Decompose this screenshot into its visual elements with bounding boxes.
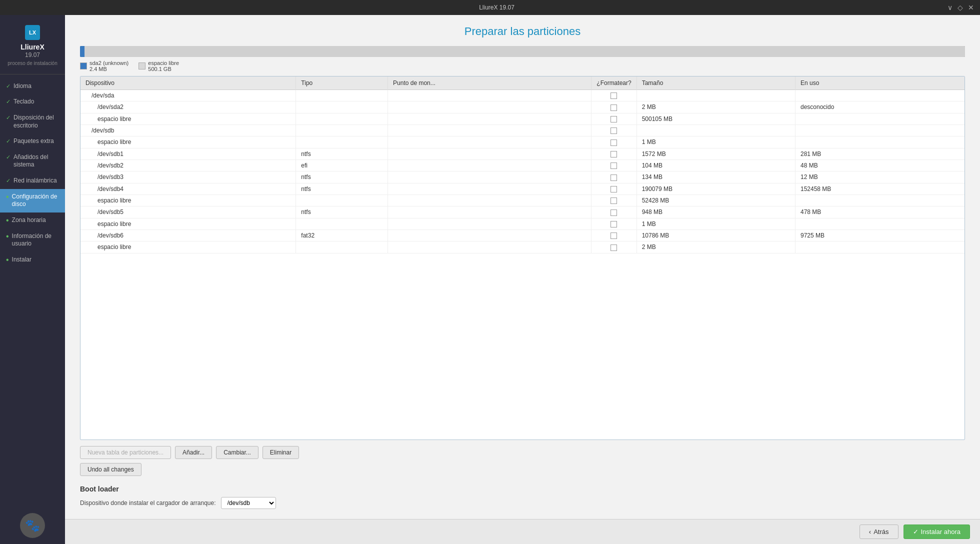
table-row[interactable]: espacio libre 52428 MB (80, 194, 964, 206)
format-checkbox[interactable] (610, 221, 617, 228)
format-checkbox[interactable] (610, 104, 617, 111)
format-checkbox[interactable] (610, 174, 617, 181)
format-checkbox[interactable] (610, 232, 617, 239)
format-checkbox[interactable] (610, 128, 617, 134)
cell-tipo (296, 136, 388, 148)
cell-punto (388, 206, 592, 218)
cell-en-uso: 12 MB (795, 172, 964, 183)
format-checkbox[interactable] (610, 162, 617, 169)
cell-punto (388, 172, 592, 183)
sidebar-item-instalar[interactable]: • Instalar (0, 252, 65, 268)
cell-punto (388, 194, 592, 206)
sidebar-item-label: Red inalámbrica (14, 177, 59, 185)
cell-formatear[interactable] (592, 160, 636, 171)
cell-formatear[interactable] (592, 113, 636, 124)
cell-formatear[interactable] (592, 183, 636, 194)
cell-tamano: 1572 MB (636, 148, 795, 160)
table-row[interactable]: espacio libre 1 MB (80, 218, 964, 230)
boot-loader-select[interactable]: /dev/sda/dev/sdb/dev/sdb1/dev/sdb2 (221, 497, 276, 509)
sidebar-item-label: Añadidos del sistema (14, 154, 59, 169)
cell-punto (388, 160, 592, 171)
cell-en-uso: 281 MB (795, 148, 964, 160)
sidebar-item-red[interactable]: ✓ Red inalámbrica (0, 173, 65, 189)
titlebar-title: LliureX 19.07 (46, 4, 948, 11)
table-row[interactable]: /dev/sdb2 efi 104 MB 48 MB (80, 160, 964, 171)
cell-formatear[interactable] (592, 194, 636, 206)
sidebar-item-teclado[interactable]: ✓ Teclado (0, 94, 65, 110)
cell-formatear[interactable] (592, 242, 636, 253)
sidebar-item-zona[interactable]: • Zona horaria (0, 212, 65, 228)
cell-tamano (636, 90, 795, 102)
table-row[interactable]: espacio libre 2 MB (80, 242, 964, 253)
sidebar-item-info[interactable]: • Información de usuario (0, 228, 65, 252)
boot-loader-label: Dispositivo donde instalar el cargador d… (80, 500, 216, 506)
cell-tamano: 500105 MB (636, 113, 795, 124)
format-checkbox[interactable] (610, 186, 617, 192)
sidebar-item-anadidos[interactable]: ✓ Añadidos del sistema (0, 150, 65, 173)
format-checkbox[interactable] (610, 151, 617, 158)
anadir-button[interactable]: Añadir... (175, 446, 212, 459)
table-row[interactable]: espacio libre 500105 MB (80, 113, 964, 124)
table-row[interactable]: /dev/sdb5 ntfs 948 MB 478 MB (80, 206, 964, 218)
cell-formatear[interactable] (592, 218, 636, 230)
legend-label-sda2: sda2 (unknown) 2.4 MB (90, 60, 128, 72)
table-row[interactable]: /dev/sdb4 ntfs 190079 MB 152458 MB (80, 183, 964, 194)
col-tamano: Tamaño (636, 76, 795, 90)
table-row[interactable]: /dev/sdb (80, 124, 964, 136)
nueva-tabla-button[interactable]: Nueva tabla de particiones... (80, 446, 171, 459)
format-checkbox[interactable] (610, 140, 617, 146)
check-icon: ✓ (6, 154, 10, 160)
dot-icon: • (6, 232, 9, 240)
partition-table: Dispositivo Tipo Punto de mon... ¿Format… (80, 76, 965, 440)
cell-device: /dev/sda (80, 90, 296, 102)
cell-formatear[interactable] (592, 148, 636, 160)
partition-bar (80, 46, 965, 57)
close-button[interactable]: ✕ (968, 4, 974, 12)
format-checkbox[interactable] (610, 116, 617, 122)
back-button[interactable]: ‹ Atrás (860, 524, 898, 539)
legend-item-free: espacio libre 500.1 GB (138, 60, 179, 72)
partition-bar-free (84, 46, 965, 57)
table-row[interactable]: /dev/sdb1 ntfs 1572 MB 281 MB (80, 148, 964, 160)
table-row[interactable]: espacio libre 1 MB (80, 136, 964, 148)
cell-formatear[interactable] (592, 136, 636, 148)
col-tipo: Tipo (296, 76, 388, 90)
table-row[interactable]: /dev/sdb6 fat32 10786 MB 9725 MB (80, 230, 964, 241)
undo-button[interactable]: Undo all changes (80, 463, 142, 476)
format-checkbox[interactable] (610, 92, 617, 99)
sidebar-item-paquetes[interactable]: ✓ Paquetes extra (0, 134, 65, 150)
cell-tipo (296, 124, 388, 136)
cell-formatear[interactable] (592, 172, 636, 183)
cell-formatear[interactable] (592, 206, 636, 218)
sidebar-item-label: Zona horaria (12, 216, 59, 224)
cell-tipo: ntfs (296, 148, 388, 160)
minimize-button[interactable]: ∨ (948, 4, 952, 12)
table-row[interactable]: /dev/sda2 2 MB desconocido (80, 102, 964, 113)
table-row[interactable]: /dev/sdb3 ntfs 134 MB 12 MB (80, 172, 964, 183)
titlebar-controls: ∨ ◇ ✕ (948, 4, 974, 12)
format-checkbox[interactable] (610, 244, 617, 251)
cell-formatear[interactable] (592, 102, 636, 113)
sidebar-item-escritorio[interactable]: ✓ Disposición del escritorio (0, 110, 65, 134)
check-icon: ✓ (6, 138, 10, 144)
install-button[interactable]: ✓ Instalar ahora (904, 524, 970, 539)
cell-punto (388, 218, 592, 230)
col-dispositivo: Dispositivo (80, 76, 296, 90)
cell-device: /dev/sdb (80, 124, 296, 136)
cell-formatear[interactable] (592, 90, 636, 102)
sidebar-item-disco[interactable]: • Configuración de disco (0, 189, 65, 212)
cell-formatear[interactable] (592, 124, 636, 136)
cambiar-button[interactable]: Cambiar... (216, 446, 258, 459)
maximize-button[interactable]: ◇ (958, 4, 963, 12)
titlebar: LliureX 19.07 ∨ ◇ ✕ (0, 0, 980, 15)
cell-en-uso (795, 124, 964, 136)
back-arrow-icon: ‹ (869, 528, 871, 536)
cell-tipo (296, 218, 388, 230)
cell-formatear[interactable] (592, 230, 636, 241)
format-checkbox[interactable] (610, 210, 617, 216)
eliminar-button[interactable]: Eliminar (262, 446, 299, 459)
format-checkbox[interactable] (610, 198, 617, 204)
sidebar-item-idioma[interactable]: ✓ Idioma (0, 78, 65, 94)
table-row[interactable]: /dev/sda (80, 90, 964, 102)
cell-en-uso: desconocido (795, 102, 964, 113)
